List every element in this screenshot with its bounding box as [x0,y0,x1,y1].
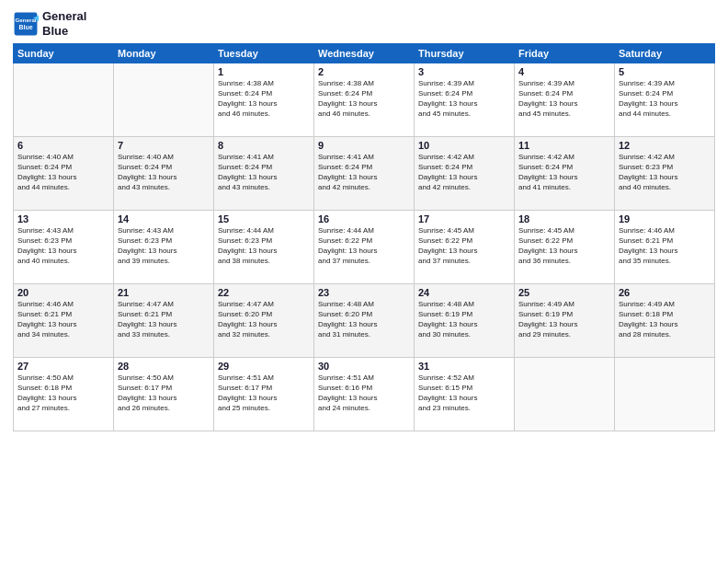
day-number: 21 [118,287,210,298]
table-row: 17Sunrise: 4:45 AM Sunset: 6:22 PM Dayli… [415,211,515,284]
table-row: 23Sunrise: 4:48 AM Sunset: 6:20 PM Dayli… [314,284,415,358]
table-row: 21Sunrise: 4:47 AM Sunset: 6:21 PM Dayli… [114,284,214,358]
weekday-wednesday: Wednesday [314,44,415,63]
weekday-saturday: Saturday [615,44,715,63]
table-row: 26Sunrise: 4:49 AM Sunset: 6:18 PM Dayli… [615,284,715,358]
day-info: Sunrise: 4:49 AM Sunset: 6:18 PM Dayligh… [619,300,711,339]
day-info: Sunrise: 4:50 AM Sunset: 6:17 PM Dayligh… [118,373,210,413]
day-number: 5 [619,66,711,77]
day-number: 6 [17,140,109,151]
table-row: 29Sunrise: 4:51 AM Sunset: 6:17 PM Dayli… [214,358,314,431]
day-number: 3 [418,66,510,77]
day-number: 31 [418,361,510,372]
day-number: 17 [418,213,510,224]
weekday-header-row: SundayMondayTuesdayWednesdayThursdayFrid… [14,44,715,63]
table-row: 28Sunrise: 4:50 AM Sunset: 6:17 PM Dayli… [114,358,214,431]
day-info: Sunrise: 4:51 AM Sunset: 6:17 PM Dayligh… [218,373,310,413]
table-row: 6Sunrise: 4:40 AM Sunset: 6:24 PM Daylig… [14,137,114,211]
day-info: Sunrise: 4:41 AM Sunset: 6:24 PM Dayligh… [318,153,410,192]
day-number: 10 [418,140,510,151]
day-number: 29 [218,361,310,372]
day-info: Sunrise: 4:52 AM Sunset: 6:15 PM Dayligh… [418,373,510,413]
day-info: Sunrise: 4:45 AM Sunset: 6:22 PM Dayligh… [518,226,610,266]
table-row: 7Sunrise: 4:40 AM Sunset: 6:24 PM Daylig… [114,137,214,211]
table-row: 20Sunrise: 4:46 AM Sunset: 6:21 PM Dayli… [14,284,114,358]
weekday-monday: Monday [114,44,214,63]
table-row: 19Sunrise: 4:46 AM Sunset: 6:21 PM Dayli… [615,211,715,284]
day-number: 2 [318,66,410,77]
day-info: Sunrise: 4:42 AM Sunset: 6:24 PM Dayligh… [518,153,610,192]
svg-text:Blue: Blue [18,24,32,30]
day-number: 30 [318,361,410,372]
day-number: 18 [518,213,610,224]
day-info: Sunrise: 4:39 AM Sunset: 6:24 PM Dayligh… [619,79,711,119]
table-row: 12Sunrise: 4:42 AM Sunset: 6:23 PM Dayli… [615,137,715,211]
table-row: 4Sunrise: 4:39 AM Sunset: 6:24 PM Daylig… [515,63,615,137]
day-number: 27 [17,361,109,372]
day-info: Sunrise: 4:50 AM Sunset: 6:18 PM Dayligh… [17,373,109,413]
table-row: 5Sunrise: 4:39 AM Sunset: 6:24 PM Daylig… [615,63,715,137]
day-info: Sunrise: 4:39 AM Sunset: 6:24 PM Dayligh… [518,79,610,119]
day-number: 11 [518,140,610,151]
table-row: 31Sunrise: 4:52 AM Sunset: 6:15 PM Dayli… [415,358,515,431]
table-row: 30Sunrise: 4:51 AM Sunset: 6:16 PM Dayli… [314,358,415,431]
day-info: Sunrise: 4:51 AM Sunset: 6:16 PM Dayligh… [318,373,410,413]
day-number: 25 [518,287,610,298]
day-info: Sunrise: 4:39 AM Sunset: 6:24 PM Dayligh… [418,79,510,119]
day-number: 13 [17,213,109,224]
day-number: 12 [619,140,711,151]
day-info: Sunrise: 4:47 AM Sunset: 6:20 PM Dayligh… [218,300,310,339]
day-info: Sunrise: 4:46 AM Sunset: 6:21 PM Dayligh… [17,300,109,339]
table-row: 11Sunrise: 4:42 AM Sunset: 6:24 PM Dayli… [515,137,615,211]
logo-text: General Blue [42,9,86,38]
day-number: 20 [17,287,109,298]
day-number: 15 [218,213,310,224]
day-number: 9 [318,140,410,151]
day-info: Sunrise: 4:38 AM Sunset: 6:24 PM Dayligh… [318,79,410,119]
day-number: 16 [318,213,410,224]
day-info: Sunrise: 4:46 AM Sunset: 6:21 PM Dayligh… [619,226,711,266]
day-number: 23 [318,287,410,298]
table-row: 16Sunrise: 4:44 AM Sunset: 6:22 PM Dayli… [314,211,415,284]
table-row: 1Sunrise: 4:38 AM Sunset: 6:24 PM Daylig… [214,63,314,137]
day-info: Sunrise: 4:43 AM Sunset: 6:23 PM Dayligh… [17,226,109,266]
svg-text:General: General [15,17,36,23]
table-row: 18Sunrise: 4:45 AM Sunset: 6:22 PM Dayli… [515,211,615,284]
day-info: Sunrise: 4:45 AM Sunset: 6:22 PM Dayligh… [418,226,510,266]
calendar-row-1: 6Sunrise: 4:40 AM Sunset: 6:24 PM Daylig… [14,137,715,211]
day-info: Sunrise: 4:43 AM Sunset: 6:23 PM Dayligh… [118,226,210,266]
calendar-row-4: 27Sunrise: 4:50 AM Sunset: 6:18 PM Dayli… [14,358,715,431]
table-row: 13Sunrise: 4:43 AM Sunset: 6:23 PM Dayli… [14,211,114,284]
day-info: Sunrise: 4:42 AM Sunset: 6:24 PM Dayligh… [418,153,510,192]
day-number: 19 [619,213,711,224]
day-info: Sunrise: 4:47 AM Sunset: 6:21 PM Dayligh… [118,300,210,339]
day-info: Sunrise: 4:40 AM Sunset: 6:24 PM Dayligh… [17,153,109,192]
calendar-row-3: 20Sunrise: 4:46 AM Sunset: 6:21 PM Dayli… [14,284,715,358]
table-row: 22Sunrise: 4:47 AM Sunset: 6:20 PM Dayli… [214,284,314,358]
day-number: 14 [118,213,210,224]
day-number: 28 [118,361,210,372]
logo: General Blue General Blue [13,9,86,38]
day-info: Sunrise: 4:48 AM Sunset: 6:19 PM Dayligh… [418,300,510,339]
weekday-thursday: Thursday [415,44,515,63]
table-row: 25Sunrise: 4:49 AM Sunset: 6:19 PM Dayli… [515,284,615,358]
day-info: Sunrise: 4:41 AM Sunset: 6:24 PM Dayligh… [218,153,310,192]
table-row: 24Sunrise: 4:48 AM Sunset: 6:19 PM Dayli… [415,284,515,358]
calendar-row-2: 13Sunrise: 4:43 AM Sunset: 6:23 PM Dayli… [14,211,715,284]
table-row: 3Sunrise: 4:39 AM Sunset: 6:24 PM Daylig… [415,63,515,137]
day-info: Sunrise: 4:44 AM Sunset: 6:22 PM Dayligh… [318,226,410,266]
table-row: 15Sunrise: 4:44 AM Sunset: 6:23 PM Dayli… [214,211,314,284]
table-row: 10Sunrise: 4:42 AM Sunset: 6:24 PM Dayli… [415,137,515,211]
day-number: 1 [218,66,310,77]
table-row [515,358,615,431]
day-number: 7 [118,140,210,151]
day-number: 26 [619,287,711,298]
table-row: 27Sunrise: 4:50 AM Sunset: 6:18 PM Dayli… [14,358,114,431]
day-info: Sunrise: 4:38 AM Sunset: 6:24 PM Dayligh… [218,79,310,119]
table-row [114,63,214,137]
weekday-sunday: Sunday [14,44,114,63]
day-number: 4 [518,66,610,77]
day-info: Sunrise: 4:48 AM Sunset: 6:20 PM Dayligh… [318,300,410,339]
table-row: 14Sunrise: 4:43 AM Sunset: 6:23 PM Dayli… [114,211,214,284]
weekday-tuesday: Tuesday [214,44,314,63]
